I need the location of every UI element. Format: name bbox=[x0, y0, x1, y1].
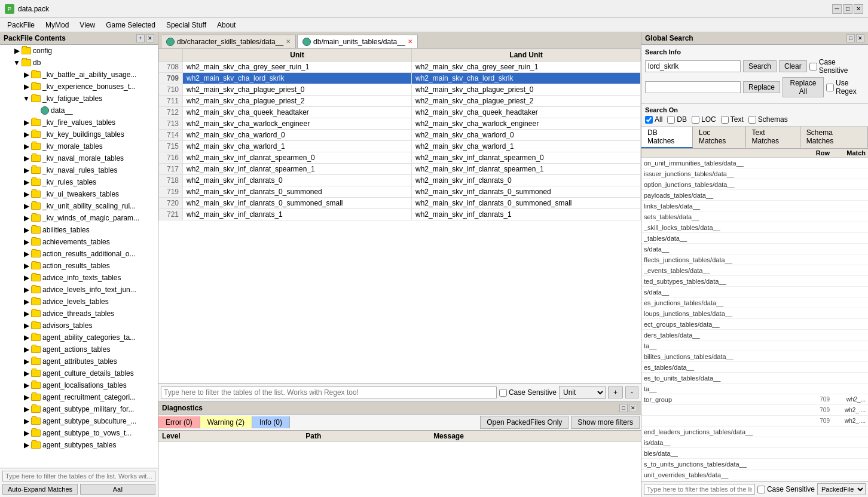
tree-item-16[interactable]: ▶ action_results_tables bbox=[0, 260, 158, 272]
result-item[interactable]: issuer_junctions_tables/data__ bbox=[641, 168, 868, 179]
tree-item-27[interactable]: ▶ agent_recruitment_categori... bbox=[0, 391, 158, 403]
table-row[interactable]: 718 wh2_main_skv_inf_clanrats_0 wh2_main… bbox=[159, 175, 641, 186]
tree-item-8[interactable]: ▶ _kv_naval_rules_tables bbox=[0, 164, 158, 176]
result-item[interactable]: ect_groups_tables/data__ bbox=[641, 319, 868, 330]
menu-game-selected[interactable]: Game Selected bbox=[101, 20, 160, 30]
tree-item-25[interactable]: ▶ agent_culture_details_tables bbox=[0, 367, 158, 379]
result-item[interactable]: tor_group 709 wh2_... bbox=[641, 394, 868, 405]
table-row[interactable]: 709 wh2_main_skv_cha_lord_skrlk wh2_main… bbox=[159, 73, 641, 84]
maximize-button[interactable]: □ bbox=[843, 4, 852, 14]
result-item[interactable]: bilites_junctions_tables/data__ bbox=[641, 351, 868, 362]
global-search-close-btn[interactable]: ✕ bbox=[856, 34, 864, 42]
table-row[interactable]: 716 wh2_main_skv_inf_clanrat_spearmen_0 … bbox=[159, 152, 641, 164]
tree-item-30[interactable]: ▶ agent_subtype_to_vows_t... bbox=[0, 427, 158, 439]
diag-expand-btn[interactable]: □ bbox=[619, 404, 628, 412]
packed-file-select[interactable]: PackedFile bbox=[817, 483, 866, 495]
table-row[interactable]: 721 wh2_main_skv_inf_clanrats_1 wh2_main… bbox=[159, 209, 641, 220]
table-row[interactable]: 715 wh2_main_skv_cha_warlord_1 wh2_main_… bbox=[159, 141, 641, 152]
result-item[interactable]: end_leaders_junctions_tables/data__ bbox=[641, 427, 868, 437]
clear-button[interactable]: Clear bbox=[779, 60, 807, 72]
table-row[interactable]: 712 wh2_main_skv_cha_queek_headtaker wh2… bbox=[159, 107, 641, 118]
tab-character-skills[interactable]: db/character_skills_tables/data__ ✕ bbox=[161, 35, 296, 48]
result-item[interactable]: ta__ bbox=[641, 340, 868, 351]
replace-button[interactable]: Replace bbox=[743, 81, 780, 93]
result-item[interactable]: loups_junctions_tables/data__ bbox=[641, 308, 868, 319]
search-on-text-checkbox[interactable] bbox=[721, 116, 729, 124]
show-more-filters-btn[interactable]: Show more filters bbox=[571, 416, 640, 429]
result-tab-loc[interactable]: Loc Matches bbox=[693, 127, 746, 148]
result-item[interactable]: unit_overrides_tables/data__ bbox=[641, 470, 868, 480]
tree-item-2[interactable]: ▶ _kv_experience_bonuses_t... bbox=[0, 81, 158, 93]
search-on-loc-checkbox[interactable] bbox=[692, 116, 699, 124]
table-filter-input[interactable] bbox=[161, 386, 497, 398]
result-tab-text[interactable]: Text Matches bbox=[746, 127, 800, 148]
result-item[interactable]: ders_tables/data__ bbox=[641, 330, 868, 340]
result-item[interactable]: _tables/data__ bbox=[641, 233, 868, 244]
case-sensitive-search-checkbox[interactable] bbox=[809, 63, 817, 70]
diag-tab-warning[interactable]: Warning (2) bbox=[200, 416, 252, 428]
result-item[interactable]: ffects_junctions_tables/data__ bbox=[641, 254, 868, 265]
menu-packfile[interactable]: PackFile bbox=[2, 20, 39, 30]
replace-text-input[interactable] bbox=[645, 81, 741, 93]
search-on-db-checkbox[interactable] bbox=[667, 116, 675, 124]
result-item[interactable]: s_to_units_junctions_tables/data__ bbox=[641, 459, 868, 470]
search-text-input[interactable] bbox=[645, 60, 741, 72]
auto-expand-btn[interactable]: Auto-Expand Matches bbox=[2, 484, 78, 495]
result-item[interactable]: ta__ bbox=[641, 384, 868, 394]
tree-item-13[interactable]: ▶ abilities_tables bbox=[0, 224, 158, 236]
result-item[interactable]: sets_tables/data__ bbox=[641, 211, 868, 222]
tree-item-21[interactable]: ▶ advisors_tables bbox=[0, 320, 158, 332]
tree-item-22[interactable]: ▶ agent_ability_categories_ta... bbox=[0, 332, 158, 343]
table-row[interactable]: 710 wh2_main_skv_cha_plague_priest_0 wh2… bbox=[159, 84, 641, 96]
table-row[interactable]: 711 wh2_main_skv_cha_plague_priest_2 wh2… bbox=[159, 96, 641, 107]
tree-item-db-icon[interactable]: data__ bbox=[0, 105, 158, 116]
table-row[interactable]: 717 wh2_main_skv_inf_clanrat_spearmen_1 … bbox=[159, 164, 641, 175]
right-filter-input[interactable] bbox=[644, 484, 755, 495]
tree-item-db[interactable]: ▼ db bbox=[0, 57, 158, 69]
table-row[interactable]: 713 wh2_main_skv_cha_warlock_engineer wh… bbox=[159, 118, 641, 130]
result-item[interactable]: es_junctions_tables/data__ bbox=[641, 297, 868, 308]
result-item[interactable]: option_junctions_tables/data__ bbox=[641, 179, 868, 190]
tree-item-1[interactable]: ▶ _kv_battle_ai_ability_usage... bbox=[0, 69, 158, 81]
tree-item-config[interactable]: ▶ config bbox=[0, 45, 158, 57]
tab-close-icon[interactable]: ✕ bbox=[408, 38, 412, 45]
result-item[interactable]: _events_tables/data__ bbox=[641, 265, 868, 276]
remove-filter-btn[interactable]: - bbox=[625, 386, 638, 398]
menu-special-stuff[interactable]: Special Stuff bbox=[161, 20, 211, 30]
result-item[interactable]: _skill_locks_tables/data__ bbox=[641, 222, 868, 233]
tree-item-19[interactable]: ▶ advice_levels_tables bbox=[0, 296, 158, 308]
result-tab-db[interactable]: DB Matches bbox=[641, 127, 693, 148]
result-item[interactable]: on_unit_immunities_tables/data__ bbox=[641, 158, 868, 168]
aai-btn[interactable]: AaI bbox=[80, 484, 155, 495]
result-item[interactable]: 709 wh2_.... bbox=[641, 405, 868, 416]
right-case-sensitive-checkbox[interactable] bbox=[757, 486, 765, 493]
left-panel-close-btn[interactable]: ✕ bbox=[146, 34, 154, 42]
result-item[interactable]: bles/data__ bbox=[641, 448, 868, 459]
search-on-all-checkbox[interactable] bbox=[645, 116, 653, 124]
global-search-expand-btn[interactable]: □ bbox=[846, 34, 855, 42]
table-row[interactable]: 714 wh2_main_skv_cha_warlord_0 wh2_main_… bbox=[159, 130, 641, 141]
tree-item-6[interactable]: ▶ _kv_morale_tables bbox=[0, 140, 158, 152]
column-select[interactable]: Unit Land Unit bbox=[559, 386, 606, 399]
tree-item-28[interactable]: ▶ agent_subtype_military_for... bbox=[0, 403, 158, 415]
result-item[interactable]: is/data__ bbox=[641, 437, 868, 448]
menu-mymod[interactable]: MyMod bbox=[41, 20, 74, 30]
tree-item-5[interactable]: ▶ _kv_key_buildings_tables bbox=[0, 128, 158, 140]
left-panel-expand-btn[interactable]: + bbox=[136, 34, 145, 42]
table-row[interactable]: 719 wh2_main_skv_inf_clanrats_0_summoned… bbox=[159, 186, 641, 198]
tree-item-10[interactable]: ▶ _kv_ui_tweakers_tables bbox=[0, 188, 158, 200]
search-button[interactable]: Search bbox=[743, 60, 777, 72]
minimize-button[interactable]: ─ bbox=[832, 4, 842, 14]
tree-item-24[interactable]: ▶ agent_attributes_tables bbox=[0, 355, 158, 367]
left-panel-filter-input[interactable] bbox=[2, 471, 155, 481]
tree-item-7[interactable]: ▶ _kv_naval_morale_tables bbox=[0, 152, 158, 164]
diag-tab-error[interactable]: Error (0) bbox=[158, 416, 200, 428]
tree-item-12[interactable]: ▶ _kv_winds_of_magic_param... bbox=[0, 212, 158, 224]
tab-main-units[interactable]: db/main_units_tables/data__ ✕ bbox=[297, 35, 417, 48]
tree-item-23[interactable]: ▶ agent_actions_tables bbox=[0, 343, 158, 355]
result-item[interactable]: es_tables/data__ bbox=[641, 362, 868, 373]
result-item[interactable]: 709 wh2_.... bbox=[641, 416, 868, 427]
tree-item-3[interactable]: ▼ _kv_fatigue_tables bbox=[0, 93, 158, 105]
tree-item-18[interactable]: ▶ advice_levels_info_text_jun... bbox=[0, 284, 158, 296]
menu-about[interactable]: About bbox=[212, 20, 240, 30]
